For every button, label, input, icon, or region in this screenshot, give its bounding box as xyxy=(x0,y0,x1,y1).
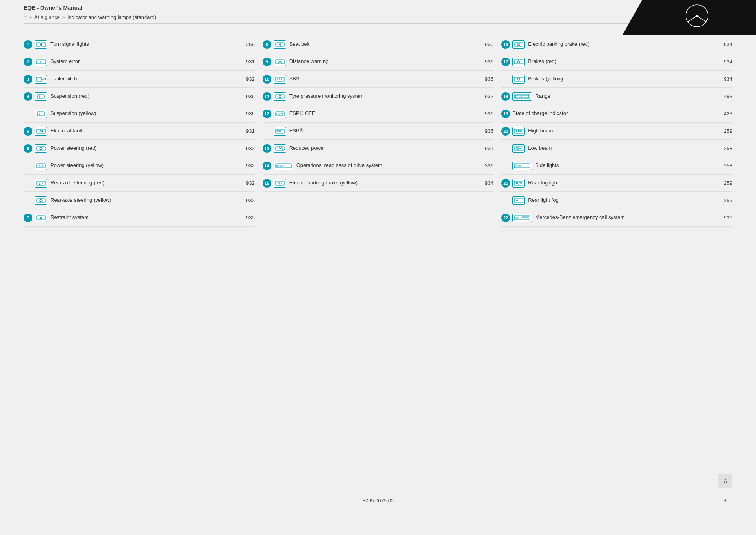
svg-point-72 xyxy=(516,130,519,132)
item-label: Reduced power xyxy=(289,145,478,152)
item-page: 493 xyxy=(717,93,732,99)
svg-point-13 xyxy=(44,78,46,80)
trailer-hitch-icon xyxy=(35,75,47,84)
item-page: 259 xyxy=(717,128,732,134)
breadcrumb-home[interactable]: ⌂ xyxy=(24,14,27,20)
range-icon xyxy=(512,92,532,101)
column-3: 16 P Electric parking brake (red) 934 17… xyxy=(501,36,732,227)
svg-line-86 xyxy=(518,183,522,184)
list-item: 14 READY Operational readiness of drive … xyxy=(263,157,494,175)
item-number-empty xyxy=(501,144,510,153)
list-item: 21 Rear fog light 259 xyxy=(501,175,732,192)
list-item: ESP* ESP® 936 xyxy=(263,123,494,140)
item-page: 936 xyxy=(478,128,493,134)
svg-rect-5 xyxy=(36,43,40,46)
item-page: 936 xyxy=(239,111,255,117)
item-number-empty xyxy=(24,110,32,118)
item-label: State of charge indicator xyxy=(512,110,717,117)
power-steering-red-icon xyxy=(35,144,47,153)
turn-signal-icon xyxy=(35,40,47,49)
item-number: 4 xyxy=(24,92,32,101)
list-item: 3 Trailer hitch 932 xyxy=(24,71,255,88)
item-page: 336 xyxy=(478,163,493,169)
abs-icon: ABS xyxy=(274,75,286,84)
reduced-power-icon xyxy=(274,144,286,153)
svg-text:READY: READY xyxy=(276,165,284,167)
svg-text:SOS: SOS xyxy=(515,217,519,219)
item-label: Brakes (red) xyxy=(528,58,717,65)
svg-rect-8 xyxy=(36,60,46,64)
item-page: 934 xyxy=(717,41,732,47)
item-number-empty xyxy=(24,162,32,170)
scroll-up-button[interactable]: ∧ xyxy=(718,474,732,488)
rear-light-fog-icon xyxy=(512,196,525,205)
item-number: 11 xyxy=(263,92,271,101)
item-label: ABS xyxy=(289,76,478,82)
item-page: 931 xyxy=(717,215,732,221)
item-number: 21 xyxy=(501,179,510,188)
item-label: Mercedes-Benz emergency call system xyxy=(535,214,717,221)
list-item: 1 Turn signal lights 259 xyxy=(24,36,255,53)
svg-rect-87 xyxy=(514,199,523,202)
item-label: Operational readiness of drive system xyxy=(296,162,478,169)
item-number: 2 xyxy=(24,58,32,66)
svg-point-63 xyxy=(517,61,520,63)
suspension-yellow-icon xyxy=(35,110,47,118)
item-label: Restraint system xyxy=(50,214,239,221)
breadcrumb-level1[interactable]: At a glance xyxy=(34,14,60,20)
item-number: 17 xyxy=(501,58,510,66)
list-item: 4 Suspension (red) 936 xyxy=(24,88,255,105)
esp-off-icon: ESP xyxy=(274,110,286,118)
item-page: 258 xyxy=(717,145,732,151)
item-number: 9 xyxy=(263,58,271,66)
electrical-fault-icon xyxy=(35,127,47,136)
breadcrumb-sep1: > xyxy=(29,15,32,20)
main-content: 1 Turn signal lights 259 2 System error … xyxy=(0,24,756,238)
item-page: 259 xyxy=(717,197,732,203)
item-page: 932 xyxy=(239,163,255,169)
item-page: 934 xyxy=(478,180,493,186)
item-label: Range xyxy=(535,93,717,100)
item-page: 932 xyxy=(239,76,255,82)
item-label: High beam xyxy=(528,128,717,134)
item-number-empty xyxy=(501,75,510,84)
low-beam-icon xyxy=(512,144,525,153)
item-number: 7 xyxy=(24,214,32,222)
list-item: 8 Seat belt 930 xyxy=(263,36,494,53)
item-page: 931 xyxy=(239,128,255,134)
item-label: Power steering (red) xyxy=(50,145,239,152)
rear-axle-steering-yellow-icon xyxy=(35,196,47,205)
item-number: 19 xyxy=(501,110,510,118)
item-page: 936 xyxy=(478,76,493,82)
system-error-icon xyxy=(35,58,47,66)
item-page: 934 xyxy=(717,59,732,65)
item-label: Rear light fog xyxy=(528,197,717,204)
item-number: 6 xyxy=(24,144,32,153)
item-label: ESP® xyxy=(289,128,478,134)
svg-text:ESP*: ESP* xyxy=(276,130,283,133)
brakes-yellow-icon xyxy=(512,75,525,84)
list-item: 11 Tyre pressure monitoring system 932 xyxy=(263,88,494,105)
scroll-bottom-button[interactable]: ✦ xyxy=(718,493,732,507)
item-number: 5 xyxy=(24,127,32,136)
item-label: Trailer hitch xyxy=(50,76,239,82)
svg-rect-7 xyxy=(42,43,46,46)
svg-rect-37 xyxy=(276,43,284,46)
list-item: 9 Distance warning 936 xyxy=(263,53,494,71)
high-beam-icon xyxy=(512,127,525,136)
header-divider xyxy=(24,23,732,24)
list-item: 15 P Electric parking brake (yellow) 934 xyxy=(263,175,494,192)
item-label: Low beam xyxy=(528,145,717,152)
item-page: 932 xyxy=(478,93,493,99)
brakes-red-icon xyxy=(512,58,525,66)
list-item: Brakes (yellow) 934 xyxy=(501,71,732,88)
page-header: EQE - Owner's Manual ⌂ > At a glance > I… xyxy=(0,0,756,24)
svg-point-28 xyxy=(40,182,42,184)
svg-point-22 xyxy=(40,147,42,150)
list-item: 12 ESP ESP® OFF 936 xyxy=(263,105,494,123)
item-page: 932 xyxy=(239,145,255,151)
item-label: Side lights xyxy=(535,162,717,169)
svg-point-25 xyxy=(40,165,42,167)
scroll-bottom-icon: ✦ xyxy=(723,497,728,503)
item-number: 15 xyxy=(263,179,271,188)
